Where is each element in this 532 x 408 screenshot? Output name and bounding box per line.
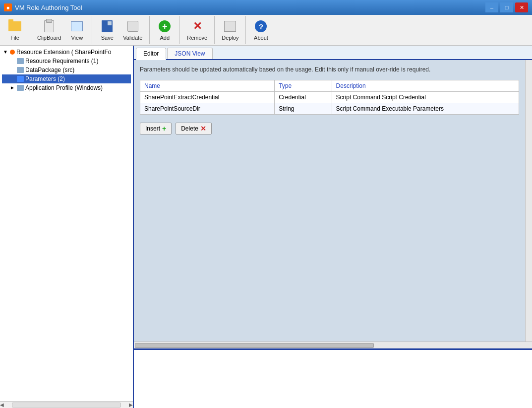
about-label: About [254,35,268,41]
parameters-icon [17,76,24,82]
cell-type-1: String [275,103,332,115]
scroll-track[interactable] [12,403,121,408]
toolbar: File ClipBoard View Save V [0,15,532,46]
window-controls: – □ ✕ [485,2,528,12]
toolbar-group-deploy: Deploy [215,16,246,44]
file-icon [8,21,21,31]
insert-icon: + [162,125,166,133]
minimize-button[interactable]: – [485,2,498,12]
maximize-button[interactable]: □ [500,2,513,12]
tab-editor-label: Editor [143,50,159,57]
close-button[interactable]: ✕ [515,2,528,12]
toolbar-group-about: ? About [246,16,276,44]
expand-arrow-resource-req [10,58,16,64]
bottom-panel [134,348,532,408]
save-label: Save [101,35,114,41]
remove-label: Remove [187,35,207,41]
about-icon: ? [255,20,267,32]
file-label: File [10,35,19,41]
tree-item-app-profile[interactable]: ► Application Profile (Windows) [2,83,131,92]
resource-ext-icon [10,50,15,55]
parameters-table: Name Type Description SharePointExtractC… [140,80,519,115]
title-bar: ■ VM Role Authoring Tool – □ ✕ [0,0,532,15]
tree-label-app-profile: Application Profile (Windows) [25,84,103,91]
tree-item-resource-ext[interactable]: ▼ Resource Extension ( SharePointFo [2,48,131,57]
tree-label-data-package: DataPackage (src) [25,67,74,73]
tree-view: ▼ Resource Extension ( SharePointFo Reso… [0,46,133,401]
tab-bar: Editor JSON View [134,46,532,60]
col-header-description: Description [332,80,519,92]
col-header-name: Name [140,80,275,92]
tree-item-resource-req[interactable]: Resource Requirements (1) [2,57,131,66]
view-label: View [71,35,83,41]
expand-arrow-resource-ext: ▼ [3,49,9,55]
insert-button[interactable]: Insert + [140,123,172,135]
editor-content: Parameters should be updated automatical… [134,60,525,341]
hscroll-thumb[interactable] [135,343,374,348]
expand-arrow-app-profile: ► [10,85,16,91]
toolbar-group-save-validate: Save Validate [92,16,150,44]
tab-json-view[interactable]: JSON View [167,48,212,59]
tree-label-resource-req: Resource Requirements (1) [25,58,98,65]
file-button[interactable]: File [3,17,27,43]
remove-icon: ✕ [191,20,203,32]
remove-button[interactable]: ✕ Remove [183,17,211,43]
validate-icon [127,21,138,32]
tree-label-parameters: Parameters (2) [25,75,65,82]
action-buttons: Insert + Delete ✕ [140,123,519,135]
tab-json-label: JSON View [175,50,205,57]
cell-name-0: SharePointExtractCredential [140,92,275,103]
save-button[interactable]: Save [95,17,119,43]
expand-arrow-data-package [10,67,16,73]
delete-icon: ✕ [200,125,206,133]
clipboard-label: ClipBoard [37,35,61,41]
editor-scroll-wrap: Parameters should be updated automatical… [134,60,532,348]
info-text: Parameters should be updated automatical… [140,66,519,73]
expand-arrow-parameters [10,76,16,82]
validate-label: Validate [123,35,142,41]
app-profile-icon [17,85,24,91]
deploy-label: Deploy [222,35,238,41]
delete-label: Delete [181,125,198,132]
save-icon [102,20,113,32]
view-icon [71,21,83,31]
sidebar-hscroll[interactable]: ◀ ▶ [0,401,133,408]
resource-req-icon [17,58,24,64]
toolbar-group-clipboard-view: ClipBoard View [30,16,92,44]
editor-inner: Parameters should be updated automatical… [134,60,532,341]
sidebar: ▼ Resource Extension ( SharePointFo Reso… [0,46,134,408]
cell-name-1: SharePointSourceDir [140,103,275,115]
toolbar-group-remove: ✕ Remove [180,16,215,44]
scroll-left-btn[interactable]: ◀ [0,402,4,408]
horizontal-scrollbar[interactable] [134,341,532,348]
tab-editor[interactable]: Editor [136,48,166,60]
view-button[interactable]: View [65,17,89,43]
deploy-icon [224,21,236,32]
delete-button[interactable]: Delete ✕ [176,123,212,135]
add-icon: + [159,20,171,32]
tree-item-data-package[interactable]: DataPackage (src) [2,66,131,74]
about-button[interactable]: ? About [249,17,273,43]
validate-button[interactable]: Validate [119,17,146,43]
cell-description-1: Script Command Executable Parameters [332,103,519,115]
scroll-right-btn[interactable]: ▶ [129,402,133,408]
clipboard-icon [44,20,54,32]
window-title: VM Role Authoring Tool [15,4,82,11]
insert-label: Insert [145,125,160,132]
main-layout: ▼ Resource Extension ( SharePointFo Reso… [0,46,532,408]
vertical-scrollbar[interactable] [525,60,532,341]
cell-type-0: Credential [275,92,332,103]
toolbar-group-file: File [0,16,30,44]
add-label: Add [160,35,170,41]
cell-description-0: Script Command Script Credential [332,92,519,103]
clipboard-button[interactable]: ClipBoard [33,17,65,43]
col-header-type: Type [275,80,332,92]
toolbar-group-add: + Add [150,16,180,44]
table-row[interactable]: SharePointExtractCredentialCredentialScr… [140,92,519,103]
tree-item-parameters[interactable]: Parameters (2) [2,74,131,83]
app-icon: ■ [4,3,12,11]
table-row[interactable]: SharePointSourceDirStringScript Command … [140,103,519,115]
add-button[interactable]: + Add [153,17,177,43]
deploy-button[interactable]: Deploy [218,17,242,43]
data-package-icon [17,67,24,73]
